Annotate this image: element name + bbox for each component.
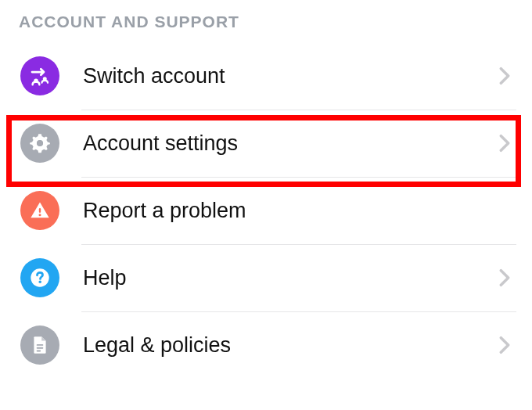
svg-point-6 [38,281,41,284]
row-account-settings[interactable]: Account settings [0,110,532,177]
row-label: Account settings [83,131,498,156]
row-label: Legal & policies [83,333,498,358]
svg-rect-3 [39,208,41,213]
row-help[interactable]: Help [0,244,532,311]
chevron-right-icon [498,131,512,155]
chevron-right-icon [498,266,512,290]
svg-rect-9 [37,351,41,352]
chevron-right-icon [498,333,512,357]
row-label: Switch account [83,64,498,88]
row-label: Report a problem [83,199,512,223]
row-report-problem[interactable]: Report a problem [0,177,532,244]
row-legal-policies[interactable]: Legal & policies [0,311,532,379]
switch-account-icon [20,56,59,95]
gear-icon [20,124,59,163]
chevron-right-icon [498,64,512,88]
svg-point-4 [38,214,41,216]
alert-icon [20,191,59,230]
question-icon [20,258,59,297]
document-icon [20,325,59,365]
section-header: Account and Support [0,0,532,42]
svg-rect-8 [37,347,44,349]
settings-list: Switch account Account settings Report a… [0,42,532,379]
svg-rect-7 [37,344,44,346]
svg-point-2 [37,140,42,146]
row-label: Help [83,266,498,290]
row-switch-account[interactable]: Switch account [0,42,532,110]
